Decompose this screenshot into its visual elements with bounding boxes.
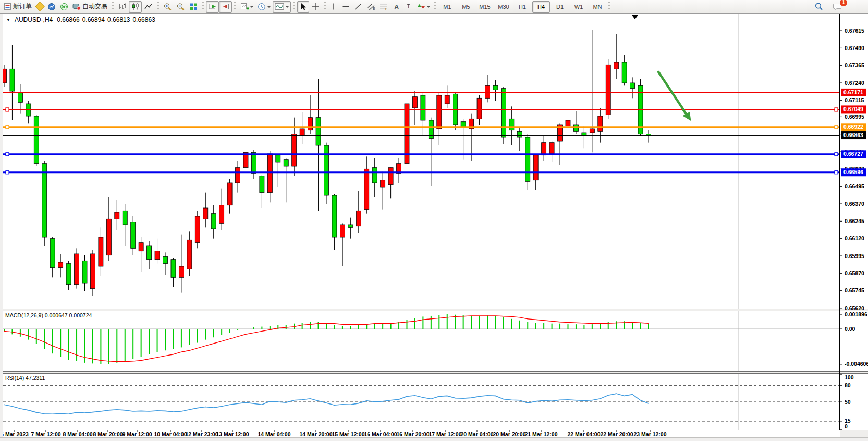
line-handle[interactable] (6, 171, 9, 174)
candle-body (622, 62, 627, 83)
line-handle[interactable] (835, 108, 838, 111)
time-label: 6 Mar 2023 (1, 431, 29, 437)
new-order-label: 新订单 (13, 2, 32, 11)
new-chart-button[interactable] (238, 1, 255, 13)
candle-body (412, 97, 417, 108)
channel-icon: E (366, 3, 375, 10)
chart-shift-button[interactable] (219, 1, 232, 13)
candle-body (123, 211, 127, 225)
tile-windows-button[interactable] (187, 1, 200, 13)
line-handle[interactable] (835, 153, 838, 156)
macd-tick-label: 0.001896 (845, 311, 867, 317)
chart-symbol-period: AUDUSD-,H4 (15, 16, 53, 23)
candle-body (590, 129, 594, 133)
candle-body (316, 118, 321, 145)
auto-scroll-button[interactable] (206, 1, 219, 13)
toolbar-separator (157, 2, 159, 11)
trendline-button[interactable] (352, 1, 364, 13)
tab-timeframe-W1[interactable]: W1 (570, 1, 588, 13)
tab-timeframe-M5[interactable]: M5 (457, 1, 475, 13)
candle-body (381, 180, 385, 187)
tab-timeframe-MN[interactable]: MN (589, 1, 606, 13)
market-watch-button[interactable] (45, 1, 58, 13)
zoom-out-button[interactable] (174, 1, 187, 13)
candle-body (260, 176, 264, 193)
new-order-button[interactable]: 新订单 (2, 1, 34, 13)
channel-button[interactable]: E (364, 1, 377, 13)
horizontal-line-button[interactable] (339, 1, 352, 13)
price-tick-label: 0.67115 (845, 97, 864, 103)
time-label: 16 Mar 04:00 (364, 431, 397, 437)
price-badge-label: 0.67049 (843, 106, 863, 112)
tab-timeframe-M1[interactable]: M1 (438, 1, 456, 13)
candle-body (251, 152, 256, 173)
cursor-icon (299, 3, 307, 11)
candle-body (324, 145, 329, 195)
period-button[interactable] (255, 1, 273, 13)
candle-body (388, 168, 393, 185)
time-label: 14 Mar 04:00 (258, 431, 290, 437)
price-tick-label: 0.66495 (845, 183, 864, 189)
ohlc-values: 0.66866 0.66894 0.66813 0.66863 (57, 16, 155, 23)
vertical-line-button[interactable] (328, 1, 339, 13)
tab-timeframe-H1[interactable]: H1 (514, 1, 531, 13)
signals-button[interactable] (58, 1, 70, 13)
fibonacci-button[interactable]: F (377, 1, 390, 13)
tab-timeframe-D1[interactable]: D1 (551, 1, 569, 13)
candle-body (267, 154, 272, 193)
svg-text:A: A (394, 3, 399, 11)
label-button[interactable]: T (402, 1, 415, 13)
metaeditor-button[interactable] (34, 1, 45, 13)
toolbar-separator (202, 2, 204, 11)
text-button[interactable]: A (390, 1, 402, 13)
candle-body (155, 251, 160, 260)
candle-body (195, 216, 200, 243)
crosshair-button[interactable] (309, 1, 322, 13)
candle-body (115, 212, 119, 219)
candle-body (227, 183, 232, 205)
line-handle[interactable] (835, 171, 838, 174)
bar-chart-button[interactable] (116, 1, 129, 13)
candle-body (573, 125, 578, 131)
candle-body (203, 208, 208, 219)
price-badge-label: 0.67171 (843, 89, 863, 95)
price-tick-label: 0.67365 (845, 62, 864, 68)
notifications-button[interactable]: 1 (830, 1, 844, 13)
tab-timeframe-M15[interactable]: M15 (476, 1, 494, 13)
line-handle[interactable] (6, 108, 9, 111)
line-handle[interactable] (6, 153, 9, 156)
indicators-button[interactable] (273, 1, 291, 13)
candle-body (566, 120, 570, 126)
tab-timeframe-M30[interactable]: M30 (495, 1, 512, 13)
line-chart-button[interactable] (142, 1, 155, 13)
candle-body (179, 266, 184, 277)
line-handle[interactable] (835, 126, 838, 129)
tab-timeframe-H4[interactable]: H4 (532, 1, 550, 13)
chart-info-line: ▼ AUDUSD-,H4 0.66866 0.66894 0.66813 0.6… (6, 16, 155, 23)
bar-chart-icon (118, 3, 127, 10)
window-left-border (0, 14, 3, 441)
candle-body (477, 98, 482, 119)
search-button[interactable] (812, 1, 825, 13)
signals-icon (60, 3, 68, 11)
candle-body (332, 195, 337, 237)
time-label: 7 Mar 12:00 (31, 431, 60, 437)
auto-trading-label: 自动交易 (82, 2, 107, 11)
zoom-in-button[interactable] (161, 1, 174, 13)
candlestick-button[interactable] (129, 1, 142, 13)
candle-body (517, 131, 522, 137)
new-chart-icon (240, 3, 249, 10)
chart-dropdown-icon[interactable]: ▼ (6, 18, 10, 22)
line-handle[interactable] (6, 126, 9, 129)
auto-trading-icon (72, 3, 81, 10)
main-toolbar: 新订单 自动交易 (0, 0, 868, 14)
cursor-button[interactable] (297, 1, 309, 13)
candle-body (429, 120, 433, 139)
candle-body (139, 243, 143, 251)
crosshair-icon (311, 3, 320, 11)
horizontal-line-icon (341, 3, 350, 10)
auto-trading-button[interactable]: 自动交易 (70, 1, 109, 13)
price-badge-label: 0.66596 (843, 169, 863, 175)
shapes-button[interactable] (415, 1, 432, 13)
candle-body (187, 240, 192, 269)
